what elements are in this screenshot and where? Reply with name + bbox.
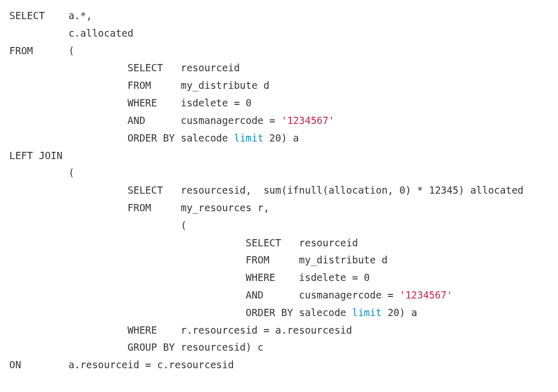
- code-line: FROM my_distribute d: [9, 80, 269, 91]
- code-line: LEFT JOIN: [9, 150, 63, 161]
- code-line: GROUP BY resourcesid) c: [9, 341, 264, 353]
- code-line: FROM (: [9, 45, 74, 56]
- code-line: WHERE r.resourcesid = a.resourcesid: [9, 324, 352, 336]
- code-line: (: [9, 167, 74, 178]
- code-line: SELECT a.*,: [9, 10, 92, 21]
- code-token: 0: [246, 97, 252, 108]
- code-line: ORDER BY salecode limit 20) a: [9, 307, 417, 318]
- code-line: AND cusmanagercode = '1234567': [9, 289, 453, 301]
- code-token: SELECT resourceid: [9, 62, 240, 73]
- code-token: ): [405, 184, 417, 196]
- code-token: GROUP BY resourcesid) c: [9, 341, 264, 353]
- code-token: 20: [388, 307, 399, 318]
- code-token: ) allocated: [458, 184, 523, 196]
- code-line: FROM my_distribute d: [9, 254, 388, 265]
- code-token: limit: [234, 132, 264, 144]
- sql-code-block: SELECT a.*, c.allocated FROM ( SELECT re…: [0, 0, 558, 384]
- code-line: FROM my_resources r,: [9, 202, 269, 213]
- code-token: c.allocated: [9, 27, 133, 39]
- code-token: [264, 132, 269, 144]
- code-line: WHERE isdelete = 0: [9, 272, 370, 283]
- code-token: FROM my_distribute d: [9, 254, 388, 265]
- code-token: (: [9, 219, 187, 231]
- code-token: [423, 184, 429, 196]
- code-token: '1234567': [399, 289, 453, 301]
- code-token: limit: [352, 307, 381, 318]
- code-token: ORDER BY salecode: [9, 132, 234, 144]
- code-token: 12345: [429, 184, 458, 196]
- code-token: FROM my_distribute d: [9, 80, 269, 91]
- code-token: *: [417, 184, 423, 196]
- code-token: WHERE isdelete =: [9, 272, 364, 283]
- code-token: 20: [269, 132, 281, 144]
- code-token: ,: [86, 10, 92, 21]
- code-token: [382, 307, 388, 318]
- code-token: AND cusmanagercode =: [9, 289, 399, 301]
- code-token: '1234567': [281, 115, 334, 126]
- code-token: WHERE isdelete =: [9, 97, 246, 108]
- code-token: ) a: [281, 132, 299, 144]
- code-token: LEFT JOIN: [9, 150, 63, 161]
- code-token: *: [80, 10, 86, 21]
- code-token: SELECT a.: [9, 10, 80, 21]
- code-line: SELECT resourcesid, sum(ifnull(allocatio…: [9, 184, 523, 196]
- code-line: SELECT resourceid: [9, 62, 240, 73]
- code-line: WHERE isdelete = 0: [9, 97, 252, 108]
- code-token: ORDER BY salecode: [9, 307, 352, 318]
- code-token: FROM my_resources r,: [9, 202, 269, 213]
- code-line: AND cusmanagercode = '1234567': [9, 115, 334, 126]
- code-token: (: [9, 167, 74, 178]
- code-token: SELECT resourceid: [9, 237, 358, 248]
- code-token: ) a: [399, 307, 417, 318]
- code-line: SELECT resourceid: [9, 237, 358, 248]
- code-token: FROM (: [9, 45, 74, 56]
- code-token: ON a.resourceid = c.resourcesid: [9, 359, 234, 370]
- code-token: 0: [364, 272, 369, 283]
- code-token: WHERE r.resourcesid = a.resourcesid: [9, 324, 352, 336]
- code-line: c.allocated: [9, 27, 133, 39]
- code-line: ORDER BY salecode limit 20) a: [9, 132, 299, 144]
- code-line: ON a.resourceid = c.resourcesid: [9, 359, 234, 370]
- code-token: AND cusmanagercode =: [9, 115, 281, 126]
- code-token: SELECT resourcesid, sum(ifnull(allocatio…: [9, 184, 399, 196]
- code-line: (: [9, 219, 187, 231]
- code-token: 0: [399, 184, 405, 196]
